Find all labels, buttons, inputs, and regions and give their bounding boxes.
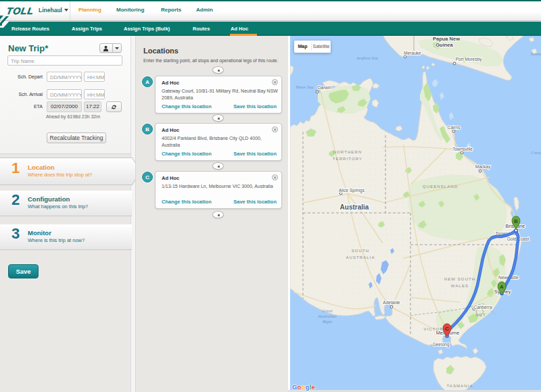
svg-text:Great: Great bbox=[323, 308, 333, 313]
svg-text:Australian: Australian bbox=[317, 314, 336, 318]
svg-text:Bight: Bight bbox=[323, 319, 332, 324]
svg-text:TERRITORY: TERRITORY bbox=[333, 157, 362, 161]
svg-text:C: C bbox=[445, 326, 449, 332]
svg-text:Geelong: Geelong bbox=[433, 342, 450, 347]
svg-text:Darwin: Darwin bbox=[318, 85, 332, 90]
svg-text:SOUTH: SOUTH bbox=[352, 249, 370, 253]
svg-text:WALES: WALES bbox=[451, 284, 469, 288]
svg-text:Australia: Australia bbox=[340, 203, 369, 211]
svg-text:NORTHERN: NORTHERN bbox=[333, 150, 362, 154]
svg-text:A: A bbox=[500, 284, 504, 290]
svg-text:Mackay: Mackay bbox=[475, 164, 491, 170]
svg-text:Solomon: Solomon bbox=[531, 51, 541, 56]
svg-text:Coral: Coral bbox=[531, 150, 541, 155]
svg-text:Adelaide: Adelaide bbox=[383, 300, 400, 305]
svg-text:Alice Springs: Alice Springs bbox=[339, 188, 365, 193]
svg-text:Merauke: Merauke bbox=[404, 51, 421, 55]
svg-text:Papua New: Papua New bbox=[433, 36, 460, 42]
svg-text:Timor Sea: Timor Sea bbox=[296, 84, 314, 89]
svg-text:NEW SOUTH: NEW SOUTH bbox=[444, 277, 476, 281]
svg-text:Canberra: Canberra bbox=[473, 305, 492, 310]
svg-text:Guinea: Guinea bbox=[436, 42, 453, 48]
svg-text:QUEENSLAND: QUEENSLAND bbox=[423, 185, 458, 189]
svg-text:Port Moresby: Port Moresby bbox=[456, 57, 482, 62]
svg-text:TASMANIA: TASMANIA bbox=[446, 384, 473, 388]
svg-text:Cairns: Cairns bbox=[448, 125, 461, 130]
svg-text:B: B bbox=[514, 218, 518, 224]
svg-text:Arafura Sea: Arafura Sea bbox=[356, 55, 378, 60]
svg-text:AUSTRALIA: AUSTRALIA bbox=[346, 255, 375, 260]
svg-text:ACT: ACT bbox=[475, 313, 486, 317]
svg-text:Townsville: Townsville bbox=[452, 147, 473, 151]
